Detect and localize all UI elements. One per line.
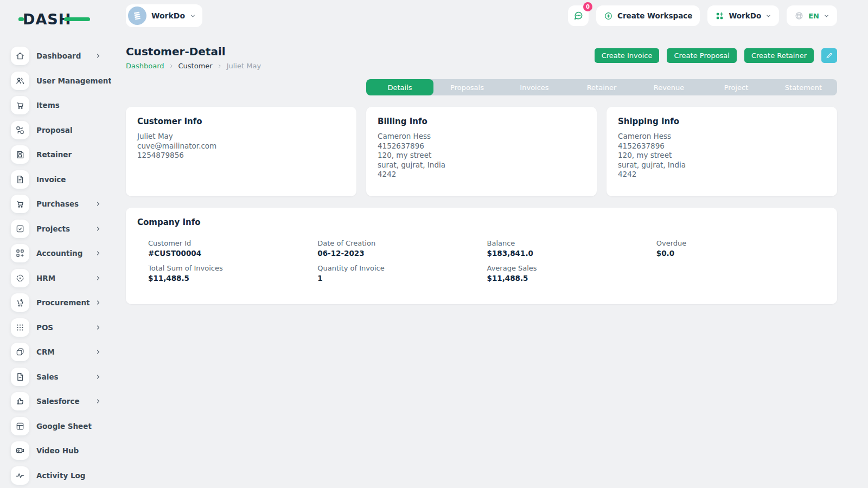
app-root: DASH Dashboard User Management (0, 0, 868, 488)
tab-project[interactable]: Project (703, 79, 770, 95)
field-value: $0.0 (656, 249, 826, 258)
sidebar-item-retainer[interactable]: Retainer (11, 145, 111, 164)
sidebar-item-invoice[interactable]: Invoice (11, 170, 111, 189)
billing-info-card: Billing Info Cameron Hess 4152637896 120… (366, 107, 597, 196)
field-value: 1 (317, 274, 487, 282)
messages-badge: 0 (583, 2, 592, 11)
floppy-icon (11, 145, 29, 164)
field-total-sum-of-invoices: Total Sum of Invoices $11,488.5 (148, 264, 317, 282)
breadcrumb-separator-icon (217, 63, 222, 69)
sidebar-item-activity-log[interactable]: Activity Log (11, 466, 111, 485)
create-proposal-button[interactable]: Create Proposal (667, 48, 737, 63)
create-invoice-button[interactable]: Create Invoice (595, 48, 660, 63)
app-grid-plus-icon (715, 11, 724, 21)
sidebar-item-user-management[interactable]: User Management (11, 72, 111, 90)
sidebar-item-pos[interactable]: POS (11, 318, 111, 337)
tab-retainer[interactable]: Retainer (568, 79, 635, 95)
workspace-selector[interactable]: WorkDo (126, 4, 202, 27)
video-icon (11, 441, 29, 460)
sidebar-item-sales[interactable]: Sales (11, 368, 111, 386)
page-actions: Create Invoice Create Proposal Create Re… (595, 48, 837, 63)
chevron-down-icon (824, 13, 829, 19)
sidebar-item-label: Retainer (36, 150, 111, 159)
chevron-right-icon (95, 324, 101, 331)
app-logo[interactable]: DASH (23, 7, 82, 31)
home-icon (11, 47, 29, 65)
page-title-block: Customer-Detail Dashboard Customer Julie… (126, 45, 261, 70)
sidebar-item-video-hub[interactable]: Video Hub (11, 441, 111, 460)
language-selector[interactable]: EN (787, 5, 837, 26)
file-icon (11, 368, 29, 386)
sidebar-item-salesforce[interactable]: Salesforce (11, 392, 111, 410)
field-label: Average Sales (487, 264, 656, 272)
billing-zip: 4242 (378, 170, 585, 179)
field-value: $11,488.5 (487, 274, 656, 282)
file-icon (11, 170, 29, 189)
sidebar-item-hrm[interactable]: HRM (11, 269, 111, 287)
shipping-zip: 4242 (618, 170, 826, 179)
building-icon (128, 7, 146, 25)
field-value: 06-12-2023 (317, 249, 487, 258)
activity-icon (11, 466, 29, 485)
sidebar-item-procurement[interactable]: Procurement (11, 293, 111, 312)
create-retainer-button[interactable]: Create Retainer (744, 48, 814, 63)
field-overdue: Overdue $0.0 (656, 239, 826, 258)
field-label: Customer Id (148, 239, 317, 247)
users-icon (11, 72, 29, 90)
billing-name: Cameron Hess (378, 132, 585, 142)
customer-phone: 1254879856 (137, 151, 345, 160)
sidebar-item-crm[interactable]: CRM (11, 343, 111, 361)
sidebar-item-label: Activity Log (36, 471, 111, 480)
card-title: Customer Info (137, 117, 345, 126)
edit-customer-button[interactable] (821, 48, 837, 63)
sidebar-item-label: HRM (36, 274, 95, 282)
topbar: WorkDo 0 Create Workspace WorkDo (111, 0, 868, 31)
cart-arrow-icon (11, 293, 29, 312)
field-value: $183,841.0 (487, 249, 656, 258)
messages-button[interactable]: 0 (568, 5, 589, 26)
chevron-down-icon (190, 13, 196, 19)
field-label: Quantity of Invoice (317, 264, 487, 272)
chevron-right-icon (95, 349, 101, 355)
swap-squares-icon (11, 121, 29, 139)
sidebar-nav: Dashboard User Management Items (11, 47, 111, 485)
field-date-of-creation: Date of Creation 06-12-2023 (317, 239, 487, 258)
chevron-right-icon (95, 250, 101, 256)
billing-phone: 4152637896 (378, 142, 585, 151)
globe-icon (794, 11, 804, 21)
breadcrumb-dashboard[interactable]: Dashboard (126, 62, 164, 70)
sidebar-item-purchases[interactable]: Purchases (11, 195, 111, 213)
workdo-menu-button[interactable]: WorkDo (707, 5, 779, 26)
sidebar-item-label: Proposal (36, 126, 111, 134)
sidebar-item-accounting[interactable]: Accounting (11, 244, 111, 262)
sidebar-item-google-sheet[interactable]: Google Sheet (11, 417, 111, 435)
chevron-right-icon (95, 398, 101, 404)
tab-invoices[interactable]: Invoices (501, 79, 568, 95)
sidebar-item-items[interactable]: Items (11, 96, 111, 114)
company-info-card: Company Info Customer Id #CUST00004 Date… (126, 208, 837, 304)
table-icon (11, 417, 29, 435)
chevron-right-icon (95, 53, 101, 59)
field-label: Total Sum of Invoices (148, 264, 317, 272)
tab-proposals[interactable]: Proposals (433, 79, 501, 95)
sidebar-item-dashboard[interactable]: Dashboard (11, 47, 111, 65)
topbar-right: 0 Create Workspace WorkDo EN (568, 5, 837, 26)
sidebar-item-label: Sales (36, 373, 95, 381)
tab-statement[interactable]: Statement (770, 79, 837, 95)
shipping-city: surat, gujrat, India (618, 160, 826, 170)
card-title: Billing Info (378, 117, 585, 126)
field-quantity-of-invoice: Quantity of Invoice 1 (317, 264, 487, 282)
sidebar-item-proposal[interactable]: Proposal (11, 121, 111, 139)
field-average-sales: Average Sales $11,488.5 (487, 264, 656, 282)
tab-details[interactable]: Details (366, 79, 433, 95)
field-balance: Balance $183,841.0 (487, 239, 656, 258)
customer-email: cuve@mailinator.com (137, 142, 345, 151)
create-workspace-button[interactable]: Create Workspace (596, 5, 700, 26)
tab-revenue[interactable]: Revenue (635, 79, 703, 95)
breadcrumb-separator-icon (169, 63, 174, 69)
chevron-down-icon (765, 13, 771, 19)
customer-info-card: Customer Info Juliet May cuve@mailinator… (126, 107, 356, 196)
sidebar-item-projects[interactable]: Projects (11, 220, 111, 238)
sidebar-item-label: User Management (36, 76, 111, 85)
field-value: #CUST00004 (148, 249, 317, 258)
